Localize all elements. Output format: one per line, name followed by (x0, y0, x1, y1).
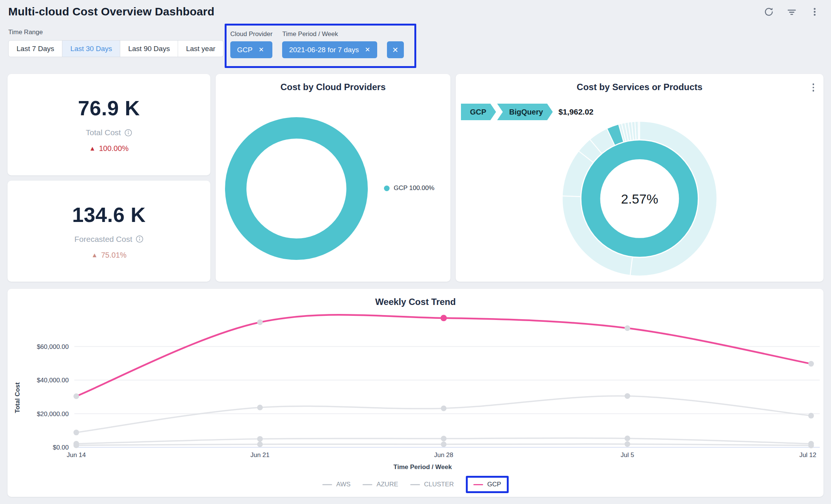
legend-label-cluster: CLUSTER (424, 481, 454, 488)
total-cost-value: 76.9 K (78, 96, 140, 120)
breadcrumb-cost-value: $1,962.02 (558, 107, 593, 116)
trend-legend: AWS AZURE CLUSTER GCP (8, 476, 823, 493)
cloud-provider-filter: Cloud Provider GCP ✕ (230, 30, 272, 58)
forecasted-cost-card: 134.6 K Forecasted Cost ▲ 75.01% (8, 181, 210, 282)
svg-text:Jun 21: Jun 21 (250, 451, 269, 459)
forecasted-cost-label: Forecasted Cost (74, 235, 132, 244)
breadcrumb-gcp-chip[interactable]: GCP (461, 104, 496, 120)
total-cost-label: Total Cost (86, 128, 121, 137)
cloud-provider-remove-icon[interactable]: ✕ (258, 47, 264, 53)
forecasted-cost-value: 134.6 K (72, 203, 146, 227)
cost-by-cloud-providers-card: Cost by Cloud Providers GCP 100.00% (216, 74, 450, 282)
time-range-last-30-days[interactable]: Last 30 Days (62, 40, 120, 57)
total-cost-delta-value: 100.00% (99, 144, 128, 153)
gcp-legend-dot (384, 186, 390, 191)
providers-donut-chart[interactable] (216, 74, 450, 282)
azure-line-swatch (363, 484, 372, 485)
annotation-box-gcp-legend: GCP (466, 476, 509, 493)
stat-cards-column: 76.9 K Total Cost ▲ 100.00% (8, 74, 210, 282)
svg-text:Jun 14: Jun 14 (66, 451, 86, 459)
time-range-filter: Time Range Last 7 Days Last 30 Days Last… (8, 29, 224, 57)
refresh-icon[interactable] (764, 7, 774, 17)
page-title: Multi-cloud Cost Overview Dashboard (8, 5, 215, 18)
time-range-last-year[interactable]: Last year (178, 40, 224, 57)
delta-up-icon: ▲ (89, 145, 96, 152)
time-period-remove-icon[interactable]: ✕ (365, 47, 370, 53)
kebab-menu-icon[interactable] (810, 7, 820, 17)
weekly-cost-trend-chart[interactable]: $0.00$20,000.00$40,000.00$60,000.00Jun 1… (8, 305, 823, 479)
cloud-provider-label: Cloud Provider (230, 30, 272, 38)
svg-text:Jul 5: Jul 5 (621, 451, 634, 459)
forecasted-cost-delta: ▲ 75.01% (91, 251, 127, 260)
svg-text:2.57%: 2.57% (621, 192, 658, 206)
forecasted-cost-label-row: Forecasted Cost (74, 235, 144, 244)
breadcrumb-bigquery-chip[interactable]: BigQuery (497, 104, 553, 120)
dashboard-page: Multi-cloud Cost Overview Dashboard (0, 0, 831, 504)
weekly-cost-trend-card: Weekly Cost Trend $0.00$20,000.00$40,000… (8, 289, 823, 497)
legend-item-cluster[interactable]: CLUSTER (410, 481, 454, 488)
info-icon[interactable] (136, 235, 144, 243)
total-cost-card: 76.9 K Total Cost ▲ 100.00% (8, 74, 210, 175)
cards-row: 76.9 K Total Cost ▲ 100.00% (8, 74, 823, 282)
legend-item-aws[interactable]: AWS (322, 481, 351, 488)
header-toolbar (764, 7, 820, 17)
delta-up-icon: ▲ (91, 252, 98, 258)
filter-icon[interactable] (787, 7, 797, 17)
clear-filters-button[interactable]: ✕ (387, 41, 404, 58)
annotation-box-filters: Cloud Provider GCP ✕ Time Period / Week … (225, 24, 416, 68)
legend-item-gcp[interactable]: GCP (473, 481, 501, 488)
svg-text:Jun 28: Jun 28 (434, 451, 453, 459)
time-period-label: Time Period / Week (282, 30, 377, 38)
time-range-last-90-days[interactable]: Last 90 Days (120, 40, 178, 57)
services-breadcrumb: GCP BigQuery $1,962.02 (461, 104, 594, 120)
time-period-chip-value: 2021-06-28 for 7 days (289, 46, 359, 54)
info-icon[interactable] (124, 129, 132, 137)
legend-label-gcp: GCP (487, 481, 501, 488)
forecasted-cost-delta-value: 75.01% (101, 251, 127, 260)
time-range-last-7-days[interactable]: Last 7 Days (8, 40, 62, 57)
cost-by-services-card: Cost by Services or Products GCP BigQuer… (456, 74, 823, 282)
cloud-provider-chip-value: GCP (237, 46, 252, 54)
total-cost-label-row: Total Cost (86, 128, 132, 137)
time-range-label: Time Range (8, 29, 224, 36)
legend-item-azure[interactable]: AZURE (363, 481, 398, 488)
legend-label-azure: AZURE (376, 481, 398, 488)
providers-legend-label: GCP 100.00% (394, 184, 434, 192)
cluster-line-swatch (410, 484, 420, 485)
svg-text:Total Cost: Total Cost (14, 382, 21, 413)
svg-text:$40,000.00: $40,000.00 (37, 377, 69, 384)
time-period-chip[interactable]: 2021-06-28 for 7 days ✕ (282, 41, 377, 58)
time-period-filter: Time Period / Week 2021-06-28 for 7 days… (282, 30, 377, 58)
total-cost-delta: ▲ 100.00% (89, 144, 129, 153)
time-range-button-group: Last 7 Days Last 30 Days Last 90 Days La… (8, 40, 224, 57)
aws-line-swatch (322, 484, 332, 485)
svg-text:$60,000.00: $60,000.00 (37, 343, 69, 350)
filters-row: Time Range Last 7 Days Last 30 Days Last… (8, 24, 823, 69)
header: Multi-cloud Cost Overview Dashboard (8, 0, 820, 23)
svg-text:Jul 12: Jul 12 (799, 451, 816, 459)
svg-text:Time Period / Week: Time Period / Week (393, 463, 452, 471)
cloud-provider-chip[interactable]: GCP ✕ (230, 41, 272, 58)
svg-text:$0.00: $0.00 (53, 444, 69, 451)
legend-label-aws: AWS (336, 481, 351, 488)
gcp-line-swatch (473, 484, 483, 485)
svg-text:$20,000.00: $20,000.00 (37, 410, 69, 418)
providers-legend-item[interactable]: GCP 100.00% (384, 184, 434, 192)
